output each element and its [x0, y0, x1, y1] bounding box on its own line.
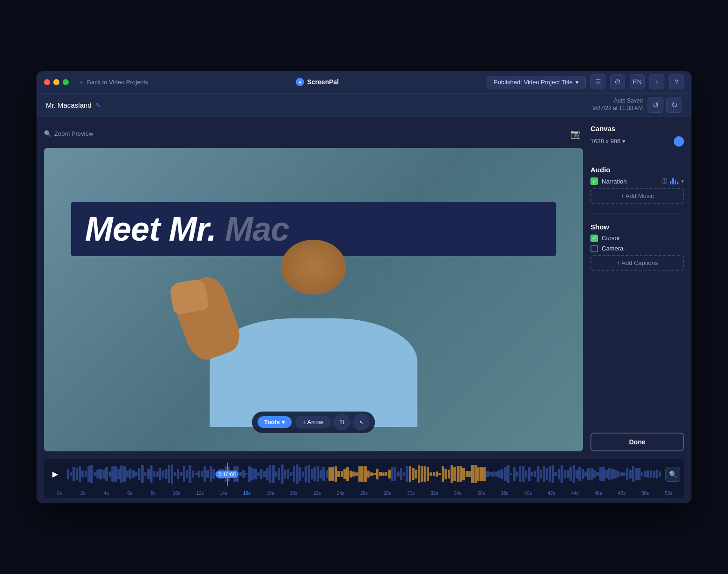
add-music-button[interactable]: + Add Music: [590, 188, 684, 204]
text-tool-button[interactable]: Tt: [334, 414, 350, 430]
narration-chevron-icon[interactable]: ▾: [681, 178, 684, 184]
add-captions-button[interactable]: + Add Captions: [590, 255, 684, 271]
waveform-bar: [656, 470, 658, 479]
tools-bar: Tools ▾ + Arrow Tt ↖: [252, 412, 375, 433]
waveform-bar: [201, 471, 203, 477]
tools-chevron-icon: ▾: [282, 419, 285, 426]
cursor-checkbox[interactable]: ✓: [590, 235, 598, 242]
redo-button[interactable]: ↻: [666, 97, 682, 113]
ruler-mark: 18s: [259, 491, 282, 496]
camera-row: Camera: [590, 245, 684, 252]
waveform-bar: [638, 468, 641, 480]
maximize-button[interactable]: [63, 79, 69, 85]
waveform-bar: [266, 468, 269, 480]
canvas-color-swatch[interactable]: [674, 136, 684, 147]
waveform-bar: [189, 465, 191, 483]
playhead[interactable]: 0:16:00: [227, 463, 228, 486]
main-content: 🔍 Zoom Preview 📷 Meet Mr. Mac: [36, 117, 692, 459]
waveform-bar: [296, 464, 298, 483]
arrow-tool-button[interactable]: + Arrow: [295, 416, 330, 428]
waveform-bar: [138, 468, 140, 480]
waveform-bar: [263, 471, 265, 477]
list-icon-button[interactable]: ☰: [590, 74, 605, 89]
waveform-bar: [442, 466, 444, 482]
waveform-bar: [382, 472, 385, 476]
search-timeline-button[interactable]: 🔍: [665, 467, 680, 482]
waveform-bar: [156, 471, 158, 476]
ruler-mark: 42s: [540, 491, 563, 496]
waveform-bar: [343, 469, 346, 478]
cursor-label: Cursor: [602, 235, 620, 242]
cursor-tool-button[interactable]: ↖: [354, 414, 370, 430]
waveform-bar: [623, 472, 626, 476]
publish-button[interactable]: Published: Video Project Title ▾: [487, 76, 586, 88]
timeline-ruler: 0s2s4s6s8s10s12s14s16s18s20s22s24s26s28s…: [48, 489, 680, 498]
waveform-bar: [251, 468, 254, 480]
waveform-bar: [412, 468, 414, 479]
waveform-bar: [153, 471, 155, 477]
waveform-container[interactable]: 0:16:00: [66, 463, 662, 486]
waveform-bar: [540, 470, 542, 478]
waveform-bar: [567, 470, 569, 478]
timeline-header: ▶ 0:16:00 🔍: [48, 463, 680, 486]
audio-levels-icon[interactable]: [670, 178, 678, 184]
waveform-bar: [513, 467, 515, 481]
language-icon-button[interactable]: EN: [630, 74, 645, 89]
waveform-bar: [311, 469, 313, 479]
waveform-bar: [430, 472, 432, 476]
waveform-bar: [299, 467, 301, 481]
edit-title-icon[interactable]: ✎: [95, 102, 101, 109]
waveform-bar: [260, 469, 262, 479]
screenshot-button[interactable]: 📷: [568, 126, 583, 141]
canvas-section: Canvas 1638 x 986 ▾: [590, 125, 684, 147]
waveform-bar: [641, 472, 643, 476]
done-button[interactable]: Done: [590, 433, 684, 451]
shirt-shape: [210, 318, 417, 427]
waveform-bar: [85, 471, 87, 477]
waveform-bar: [349, 471, 352, 478]
waveform-bar: [239, 472, 241, 476]
camera-checkbox[interactable]: [590, 245, 598, 252]
waveform-bar: [379, 472, 381, 476]
waveform-bar: [284, 470, 286, 478]
tools-button[interactable]: Tools ▾: [257, 416, 291, 428]
timeline-container: ▶ 0:16:00 🔍 0s2s4s6s8s10s12s14s16s18s20s…: [44, 459, 684, 498]
waveform-bar: [114, 466, 116, 481]
ruler-mark: 6s: [118, 491, 141, 496]
ruler-mark: 40s: [517, 491, 540, 496]
minimize-button[interactable]: [53, 79, 59, 85]
search-icon: 🔍: [669, 471, 677, 478]
waveform-bar: [275, 471, 277, 476]
waveform-bar: [117, 469, 120, 479]
waveform-bar: [569, 467, 572, 481]
waveform-bar: [448, 470, 450, 478]
language-icon: EN: [633, 78, 641, 86]
play-button[interactable]: ▶: [48, 467, 63, 482]
narration-info-icon[interactable]: ⓘ: [662, 177, 667, 185]
video-background: Meet Mr. Mac: [44, 148, 583, 451]
waveform-bar: [531, 472, 533, 476]
help-icon-button[interactable]: ?: [669, 74, 684, 89]
narration-checkbox[interactable]: ✓: [590, 177, 598, 185]
waveform-bar: [602, 467, 604, 481]
canvas-size-selector[interactable]: 1638 x 986 ▾: [590, 138, 626, 145]
clock-icon-button[interactable]: ⏱: [610, 74, 625, 89]
waveform-bar: [611, 469, 613, 479]
waveform-bar: [388, 470, 390, 478]
clock-icon: ⏱: [614, 78, 621, 86]
close-button[interactable]: [44, 79, 50, 85]
title-bar: ← Back to Video Projects ● ScreenPal Pub…: [36, 71, 692, 94]
share-icon-button[interactable]: ↑: [649, 74, 664, 89]
back-button[interactable]: ← Back to Video Projects: [78, 79, 148, 86]
waveform-bar: [438, 473, 441, 476]
waveform-bar: [96, 470, 99, 478]
waveform-bar: [561, 465, 563, 482]
auto-saved-area: Auto Saved 9/27/22 at 11:38 AM: [593, 97, 643, 112]
undo-button[interactable]: ↺: [648, 97, 663, 113]
ruler-mark: 14s: [212, 491, 235, 496]
waveform-bar: [593, 470, 596, 478]
waveform-bar: [477, 467, 480, 481]
waveform-bar: [180, 472, 182, 476]
ruler-mark: 50s: [633, 491, 657, 496]
narration-row: ✓ Narration ⓘ ▾: [590, 177, 684, 185]
